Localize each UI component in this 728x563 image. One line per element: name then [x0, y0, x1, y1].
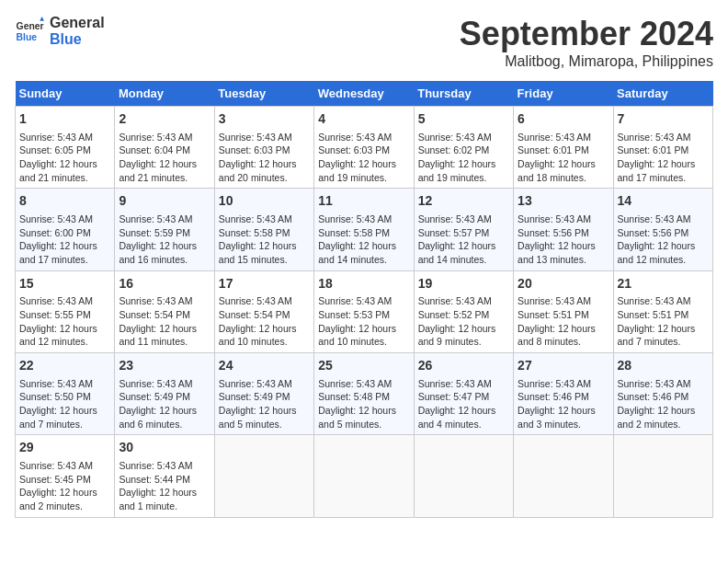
day-number: 9 — [119, 192, 210, 211]
cell-line: and 13 minutes. — [518, 253, 609, 267]
calendar-cell: 17Sunrise: 5:43 AMSunset: 5:54 PMDayligh… — [214, 270, 313, 352]
calendar-cell: 6Sunrise: 5:43 AMSunset: 6:01 PMDaylight… — [514, 107, 613, 189]
calendar-cell: 28Sunrise: 5:43 AMSunset: 5:46 PMDayligh… — [613, 353, 712, 435]
day-number: 3 — [219, 110, 310, 129]
day-number: 22 — [19, 357, 110, 375]
calendar-cell: 29Sunrise: 5:43 AMSunset: 5:45 PMDayligh… — [16, 435, 115, 517]
cell-line: Sunrise: 5:43 AM — [618, 377, 709, 391]
cell-line: Sunset: 5:50 PM — [19, 390, 110, 404]
logo-blue: Blue — [50, 31, 105, 48]
cell-line: Sunrise: 5:43 AM — [518, 131, 609, 144]
cell-line: and 3 minutes. — [518, 418, 609, 431]
calendar-cell — [214, 435, 313, 517]
calendar-cell: 5Sunrise: 5:43 AMSunset: 6:02 PMDaylight… — [414, 107, 513, 189]
cell-line: and 9 minutes. — [418, 335, 509, 349]
calendar-cell: 2Sunrise: 5:43 AMSunset: 6:04 PMDaylight… — [115, 107, 214, 189]
calendar-week-row: 8Sunrise: 5:43 AMSunset: 6:00 PMDaylight… — [16, 189, 713, 270]
cell-line: and 20 minutes. — [219, 171, 310, 185]
cell-line: Sunset: 6:02 PM — [418, 144, 509, 157]
cell-line: Sunrise: 5:43 AM — [219, 131, 310, 144]
day-number: 20 — [518, 275, 609, 293]
day-number: 30 — [119, 439, 210, 457]
cell-line: Daylight: 12 hours — [119, 404, 210, 418]
cell-line: and 4 minutes. — [418, 418, 509, 431]
cell-line: and 10 minutes. — [219, 335, 310, 349]
day-number: 18 — [318, 275, 409, 293]
calendar-week-row: 15Sunrise: 5:43 AMSunset: 5:55 PMDayligh… — [16, 270, 713, 352]
cell-line: Sunset: 5:55 PM — [19, 308, 110, 322]
day-number: 17 — [219, 275, 310, 293]
cell-line: Sunset: 6:05 PM — [19, 144, 110, 157]
calendar-header-row: SundayMondayTuesdayWednesdayThursdayFrid… — [16, 81, 713, 107]
cell-line: Sunrise: 5:43 AM — [318, 377, 409, 391]
calendar-cell: 13Sunrise: 5:43 AMSunset: 5:56 PMDayligh… — [514, 189, 613, 270]
cell-line: and 1 minute. — [119, 500, 210, 513]
day-number: 5 — [418, 110, 509, 129]
logo-general: General — [50, 15, 105, 31]
cell-line: Sunrise: 5:43 AM — [318, 294, 409, 308]
cell-line: and 21 minutes. — [119, 171, 210, 185]
day-number: 14 — [618, 192, 709, 211]
cell-line: Sunset: 5:54 PM — [119, 308, 210, 322]
cell-line: Sunset: 5:49 PM — [219, 390, 310, 404]
cell-line: Sunset: 5:58 PM — [318, 226, 409, 240]
svg-text:Blue: Blue — [17, 31, 38, 41]
col-header-wednesday: Wednesday — [314, 81, 414, 107]
cell-line: Sunrise: 5:43 AM — [19, 213, 110, 226]
cell-line: and 12 minutes. — [19, 335, 110, 349]
cell-line: Sunrise: 5:43 AM — [119, 459, 210, 473]
calendar-cell — [414, 435, 513, 517]
cell-line: Sunset: 5:49 PM — [119, 390, 210, 404]
cell-line: Sunset: 5:56 PM — [518, 226, 609, 240]
cell-line: Sunrise: 5:43 AM — [418, 213, 509, 226]
calendar-cell: 3Sunrise: 5:43 AMSunset: 6:03 PMDaylight… — [214, 107, 313, 189]
cell-line: and 5 minutes. — [318, 418, 409, 431]
day-number: 4 — [318, 110, 409, 129]
cell-line: Daylight: 12 hours — [119, 486, 210, 500]
cell-line: Sunrise: 5:43 AM — [219, 294, 310, 308]
calendar-cell — [514, 435, 613, 517]
calendar-cell: 30Sunrise: 5:43 AMSunset: 5:44 PMDayligh… — [115, 435, 214, 517]
logo-icon: General Blue — [15, 17, 44, 46]
calendar-cell: 15Sunrise: 5:43 AMSunset: 5:55 PMDayligh… — [16, 270, 115, 352]
cell-line: Sunrise: 5:43 AM — [19, 377, 110, 391]
cell-line: and 11 minutes. — [119, 335, 210, 349]
cell-line: Daylight: 12 hours — [19, 486, 110, 500]
day-number: 25 — [318, 357, 409, 375]
cell-line: and 8 minutes. — [518, 335, 609, 349]
calendar-cell: 26Sunrise: 5:43 AMSunset: 5:47 PMDayligh… — [414, 353, 513, 435]
logo: General Blue General Blue — [15, 15, 105, 47]
calendar-cell: 24Sunrise: 5:43 AMSunset: 5:49 PMDayligh… — [214, 353, 313, 435]
cell-line: Sunset: 6:01 PM — [518, 144, 609, 157]
svg-text:General: General — [17, 21, 44, 31]
cell-line: and 7 minutes. — [618, 335, 709, 349]
cell-line: Daylight: 12 hours — [418, 322, 509, 336]
calendar-cell: 8Sunrise: 5:43 AMSunset: 6:00 PMDaylight… — [16, 189, 115, 270]
cell-line: Sunrise: 5:43 AM — [418, 294, 509, 308]
cell-line: and 2 minutes. — [618, 418, 709, 431]
cell-line: Daylight: 12 hours — [618, 404, 709, 418]
cell-line: Sunset: 5:51 PM — [518, 308, 609, 322]
cell-line: Sunset: 5:51 PM — [618, 308, 709, 322]
calendar-cell: 9Sunrise: 5:43 AMSunset: 5:59 PMDaylight… — [115, 189, 214, 270]
calendar-cell: 14Sunrise: 5:43 AMSunset: 5:56 PMDayligh… — [613, 189, 712, 270]
cell-line: Daylight: 12 hours — [618, 157, 709, 171]
cell-line: Sunset: 6:04 PM — [119, 144, 210, 157]
col-header-saturday: Saturday — [613, 81, 712, 107]
cell-line: Daylight: 12 hours — [518, 239, 609, 253]
cell-line: Daylight: 12 hours — [318, 239, 409, 253]
day-number: 26 — [418, 357, 509, 375]
calendar-week-row: 29Sunrise: 5:43 AMSunset: 5:45 PMDayligh… — [16, 435, 713, 517]
location-title: Malitbog, Mimaropa, Philippines — [460, 53, 713, 70]
cell-line: Daylight: 12 hours — [19, 239, 110, 253]
cell-line: Sunset: 6:03 PM — [318, 144, 409, 157]
day-number: 6 — [518, 110, 609, 129]
cell-line: Daylight: 12 hours — [19, 322, 110, 336]
title-block: September 2024 Malitbog, Mimaropa, Phili… — [460, 15, 713, 70]
svg-marker-2 — [40, 17, 44, 21]
cell-line: Sunset: 5:52 PM — [418, 308, 509, 322]
cell-line: Sunset: 5:53 PM — [318, 308, 409, 322]
cell-line: and 5 minutes. — [219, 418, 310, 431]
day-number: 1 — [19, 110, 110, 129]
cell-line: Sunrise: 5:43 AM — [119, 213, 210, 226]
